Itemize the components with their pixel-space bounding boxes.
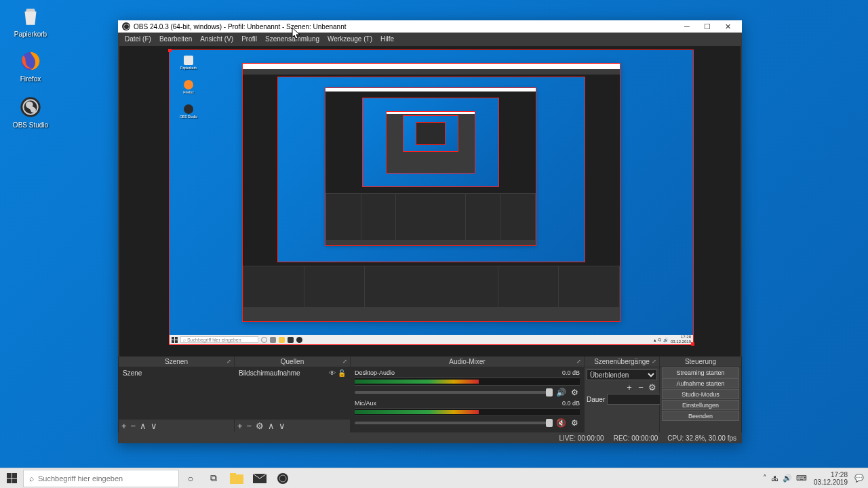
tray-notifications-icon[interactable]: 💬	[854, 474, 864, 483]
windows-logo-icon	[7, 473, 17, 483]
recycle-bin-icon	[18, 4, 43, 28]
duration-label: Dauer	[587, 396, 605, 403]
desktop-icon-recycle-bin[interactable]: Papierkorb	[7, 4, 54, 38]
scene-up-button[interactable]: ∧	[140, 421, 146, 431]
studio-mode-button[interactable]: Studio-Modus	[662, 389, 739, 399]
close-button[interactable]: ✕	[717, 20, 738, 33]
lock-icon[interactable]: 🔓	[338, 369, 346, 377]
dock-mixer: Audio-Mixer⤢ Desktop-Audio0.0 dB 🔊 ⚙ Mic…	[351, 357, 584, 432]
tray-language-icon[interactable]: ⌨	[796, 474, 807, 483]
tray-network-icon[interactable]: 🖧	[771, 474, 778, 483]
taskbar-obs[interactable]	[271, 468, 294, 489]
start-streaming-button[interactable]: Streaming starten	[662, 367, 739, 378]
speaker-icon[interactable]: 🔊	[555, 387, 566, 398]
undock-icon[interactable]: ⤢	[226, 359, 231, 365]
volume-slider[interactable]	[355, 391, 553, 394]
exit-button[interactable]: Beenden	[662, 411, 739, 421]
minimize-button[interactable]: ─	[677, 20, 697, 33]
svg-rect-4	[230, 473, 236, 476]
obs-window: OBS 24.0.3 (64-bit, windows) - Profil: U…	[118, 20, 742, 443]
desktop-icon-label: OBS Studio	[13, 121, 48, 129]
dock-title: Audio-Mixer	[449, 358, 485, 365]
taskbar-mail[interactable]	[248, 468, 271, 489]
dock-sources: Quellen⤢ Bildschirmaufnahme 👁🔓 + − ⚙ ∧ ∨	[235, 357, 350, 432]
dock-title: Steuerung	[685, 358, 716, 365]
window-titlebar[interactable]: OBS 24.0.3 (64-bit, windows) - Profil: U…	[118, 20, 742, 33]
start-recording-button[interactable]: Aufnahme starten	[662, 378, 739, 388]
preview-canvas[interactable]: Papierkorb Firefox OBS Studio	[170, 50, 693, 344]
firefox-icon	[18, 49, 43, 73]
window-title: OBS 24.0.3 (64-bit, windows) - Profil: U…	[134, 23, 347, 30]
remove-scene-button[interactable]: −	[131, 421, 136, 431]
tray-volume-icon[interactable]: 🔊	[783, 474, 792, 483]
preview-desktop-icon: Papierkorb	[179, 56, 198, 70]
cortana-button[interactable]: ○	[179, 468, 202, 489]
taskbar-explorer[interactable]	[225, 468, 248, 489]
undock-icon[interactable]: ⤢	[652, 359, 656, 365]
desktop-icon-label: Firefox	[20, 75, 41, 83]
undock-icon[interactable]: ⤢	[342, 359, 347, 365]
add-source-button[interactable]: +	[237, 421, 243, 431]
status-rec: REC: 00:00:00	[614, 434, 658, 442]
dock-scenes: Szenen⤢ Szene + − ∧ ∨	[119, 357, 234, 432]
menu-file[interactable]: Datei (F)	[121, 34, 155, 44]
obs-logo-icon	[122, 22, 130, 30]
scene-down-button[interactable]: ∨	[151, 421, 157, 431]
preview-desktop-icon: Firefox	[179, 80, 198, 94]
volume-slider[interactable]	[355, 422, 553, 424]
status-live: LIVE: 00:00:00	[559, 434, 604, 442]
maximize-button[interactable]: ☐	[697, 20, 717, 33]
search-icon: ⌕	[29, 474, 34, 483]
start-button[interactable]	[0, 468, 23, 489]
preview-recursion-window	[243, 64, 620, 321]
source-down-button[interactable]: ∨	[279, 421, 285, 431]
desktop-icon-obs[interactable]: OBS Studio	[7, 95, 54, 129]
preview-desktop-icon: OBS Studio	[179, 104, 198, 119]
add-scene-button[interactable]: +	[121, 421, 127, 431]
source-up-button[interactable]: ∧	[268, 421, 275, 431]
system-tray: ˄ 🖧 🔊 ⌨ 17:28 03.12.2019 💬	[759, 468, 868, 489]
mixer-channel: Mic/Aux0.0 dB 🔇 ⚙	[351, 398, 584, 428]
tray-chevron-icon[interactable]: ˄	[763, 474, 767, 483]
obs-icon	[18, 95, 43, 119]
svg-rect-3	[230, 474, 243, 484]
source-settings-button[interactable]: ⚙	[256, 421, 264, 431]
windows-taskbar: ⌕Suchbegriff hier eingeben ○ ⧉ ˄ 🖧 🔊 ⌨ 1…	[0, 468, 868, 488]
add-transition-button[interactable]: +	[625, 382, 634, 392]
menu-help[interactable]: Hilfe	[376, 34, 398, 44]
docks: Szenen⤢ Szene + − ∧ ∨ Quellen⤢ Bildschir…	[118, 357, 742, 432]
menu-edit[interactable]: Bearbeiten	[155, 34, 196, 44]
menu-tools[interactable]: Werkzeuge (T)	[323, 34, 376, 44]
settings-button[interactable]: Einstellungen	[662, 400, 739, 410]
menu-view[interactable]: Ansicht (V)	[196, 34, 237, 44]
undock-icon[interactable]: ⤢	[576, 359, 581, 365]
source-item[interactable]: Bildschirmaufnahme 👁🔓	[235, 367, 350, 378]
gear-icon[interactable]: ⚙	[569, 418, 580, 428]
menu-scene-collection[interactable]: Szenensammlung	[261, 34, 323, 44]
gear-icon[interactable]: ⚙	[569, 387, 580, 398]
menu-bar: Datei (F) Bearbeiten Ansicht (V) Profil …	[118, 33, 742, 45]
audio-meter	[355, 378, 580, 386]
dock-title: Szenen	[165, 358, 188, 365]
task-view-button[interactable]: ⧉	[202, 468, 225, 489]
dock-title: Quellen	[281, 358, 304, 365]
transition-settings-button[interactable]: ⚙	[648, 382, 657, 392]
tray-clock[interactable]: 17:28 03.12.2019	[811, 471, 850, 486]
preview-area[interactable]: Papierkorb Firefox OBS Studio	[119, 46, 741, 357]
visibility-icon[interactable]: 👁	[329, 369, 336, 377]
remove-source-button[interactable]: −	[247, 421, 252, 431]
mute-icon[interactable]: 🔇	[555, 418, 566, 428]
transition-select[interactable]: Überblenden	[587, 369, 657, 380]
menu-profile[interactable]: Profil	[237, 34, 261, 44]
mixer-channel: Desktop-Audio0.0 dB 🔊 ⚙	[351, 367, 584, 398]
status-cpu: CPU: 32.8%, 30.00 fps	[667, 434, 736, 442]
svg-point-6	[277, 473, 288, 484]
audio-meter	[355, 408, 580, 416]
taskbar-search[interactable]: ⌕Suchbegriff hier eingeben	[23, 470, 179, 487]
scene-item[interactable]: Szene	[119, 367, 234, 378]
desktop-icon-label: Papierkorb	[14, 30, 47, 38]
remove-transition-button[interactable]: −	[636, 382, 646, 392]
dock-title: Szenenübergänge	[594, 358, 650, 365]
preview-taskbar: ⌕ Suchbegriff hier eingeben ▲ 🗨 🔊 17:280…	[170, 335, 693, 344]
desktop-icon-firefox[interactable]: Firefox	[7, 49, 54, 83]
